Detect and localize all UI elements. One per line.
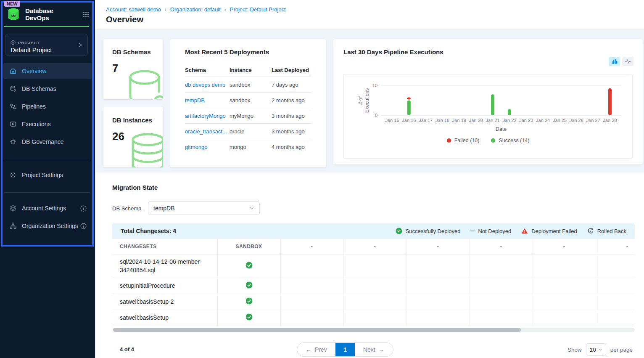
deployment-last-deployed: 7 days ago [272,82,311,88]
arrow-left-icon: ← [306,346,311,353]
legend-rolled-back: Rolled Back [587,228,626,234]
legend-success: Success (14) [491,138,529,143]
breadcrumb-project-link[interactable]: Project: Default Project [230,6,286,13]
dash-icon [470,231,475,231]
org-chart-icon [9,222,17,230]
sidebar-item-overview[interactable]: Overview [3,63,92,79]
executions-play-icon [9,120,17,128]
empty-status-cell [596,310,635,326]
recent-deployments-card: Most Recent 5 Deployments Schema Instanc… [170,39,326,167]
empty-status-cell [533,278,596,294]
database-stack-icon [122,132,163,167]
legend-failed: Failed (10) [447,138,480,143]
next-page-button[interactable]: Next → [355,343,393,356]
sidebar-item-pipelines[interactable]: Pipelines [3,98,92,114]
db-schema-label: DB Schema [112,205,141,212]
line-chart-icon [625,59,631,64]
page-size-select[interactable]: 10 [586,343,606,356]
deployment-last-deployed: 4 months ago [272,144,311,150]
empty-status-cell [470,310,533,326]
changeset-name: satwell:basisSetup [112,310,217,326]
deployment-instance: oracle [230,128,272,135]
svg-text:∞: ∞ [11,12,16,19]
sidebar-item-label: Project Settings [22,172,63,178]
section-title: Migration State [112,184,158,191]
project-selector[interactable]: PROJECT Default Project [5,34,88,56]
changeset-row: satwell:basisSetup-2 [112,294,635,310]
empty-status-cell [596,278,635,294]
changesets-table: CHANGESETSSANDBOX------ sql/2024-10-14-1… [112,239,635,326]
info-icon[interactable] [80,205,87,212]
check-circle-icon [245,313,253,321]
sidebar-item-db-governance[interactable]: DB Governance [3,134,92,150]
sidebar-divider [4,192,90,193]
changeset-name: satwell:basisSetup-2 [112,294,217,310]
sidebar-divider [4,160,90,160]
changesets-table-body: sql/2024-10-14-12-06-member-34240854.sql… [112,255,635,326]
deployment-schema-link[interactable]: tempDB [185,97,205,103]
empty-status-cell [280,294,343,310]
project-label: PROJECT [18,40,40,45]
svg-text:Jan 23: Jan 23 [519,118,533,123]
svg-text:Jan 18: Jan 18 [435,118,449,123]
changesets-table-header-row: CHANGESETSSANDBOX------ [112,239,635,255]
sidebar-item-organization-settings[interactable]: Organization Settings [3,218,92,234]
pipelines-icon [9,103,17,110]
svg-text:Jan 24: Jan 24 [536,118,550,123]
deployment-schema-link[interactable]: db devops demo [185,82,225,88]
empty-status-cell [406,278,470,294]
chart-legend: Failed (10)Success (14) [344,138,632,143]
column-header: - [533,239,596,255]
database-icon [9,85,17,93]
db-schemas-count: 7 [112,62,118,75]
deployment-schema-link[interactable]: artifactoryMongo [185,113,226,119]
deployment-row: tempDBsandbox2 months ago [185,93,311,108]
breadcrumb: Account: satwell-demo › Organization: de… [106,6,286,13]
horizontal-scrollbar-thumb[interactable] [113,328,521,332]
project-name: Default Project [11,46,87,53]
sidebar-item-project-settings[interactable]: Project Settings [3,167,92,183]
deployment-schema-link[interactable]: gitmongo [185,144,207,150]
check-circle-icon [245,262,253,269]
deployment-schema-link[interactable]: oracle_transact... [185,128,227,135]
legend-deployment-failed: Deployment Failed [521,228,577,234]
page-title: Overview [106,15,143,24]
svg-text:Jan 16: Jan 16 [402,118,416,123]
sidebar-item-executions[interactable]: Executions [3,116,92,132]
bar-chart-toggle-button[interactable] [609,57,620,66]
sidebar-item-label: Pipelines [22,103,46,110]
sandbox-status-cell [217,278,280,294]
svg-text:Jan 15: Jan 15 [385,118,399,123]
changeset-row: sql/2024-10-14-12-06-member-34240854.sql [112,255,635,278]
sidebar-item-label: Organization Settings [22,223,78,229]
horizontal-scrollbar-track[interactable] [112,328,635,332]
sidebar-item-label: Account Settings [22,205,66,212]
per-page-label: per page [610,347,633,353]
sidebar-item-account-settings[interactable]: Account Settings [3,200,92,216]
sidebar-green-divider [4,26,89,27]
db-schema-select[interactable]: tempDB [148,201,260,215]
column-header: Schema [185,67,230,73]
total-changesets-label: Total Changesets: 4 [121,228,176,234]
prev-label: Prev [315,346,327,353]
sidebar-item-db-schemas[interactable]: DB Schemas [3,81,92,97]
line-chart-toggle-button[interactable] [622,57,633,66]
empty-status-cell [596,294,635,310]
info-icon[interactable] [80,223,87,229]
empty-status-cell [406,310,470,326]
empty-status-cell [470,278,533,294]
breadcrumb-organization-link[interactable]: Organization: default [170,6,221,13]
executions-bar-chart: 100# ofExecutionsJan 15Jan 16Jan 17Jan 1… [344,74,632,137]
breadcrumb-account-link[interactable]: Account: satwell-demo [106,6,161,13]
pagination-count: 4 of 4 [120,346,134,353]
changesets-summary-bar: Total Changesets: 4 Successfully Deploye… [112,223,635,239]
prev-page-button[interactable]: ← Prev [297,343,335,356]
db-schema-selected-value: tempDB [153,205,175,212]
app-grid-icon[interactable] [83,11,89,18]
page-1-button[interactable]: 1 [335,343,355,356]
svg-text:# of: # of [358,96,364,105]
svg-text:Jan 26: Jan 26 [570,118,583,123]
column-header: Last Deployed [272,67,311,73]
column-header: - [343,239,406,255]
empty-status-cell [470,294,533,310]
